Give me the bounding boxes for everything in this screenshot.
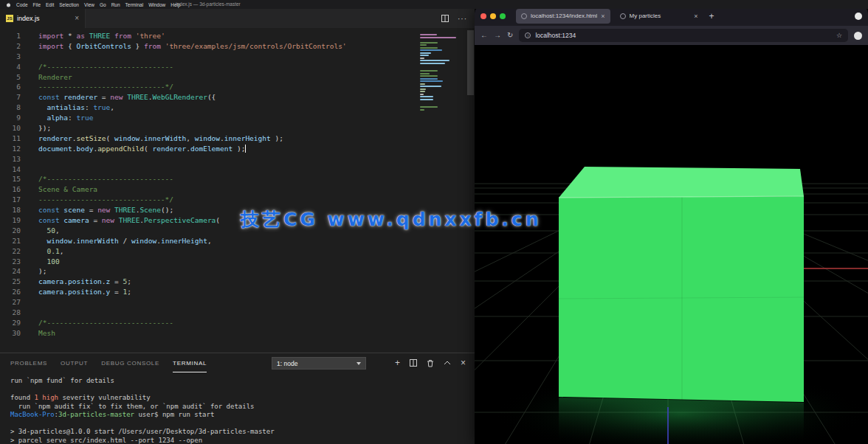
panel-tab-problems[interactable]: PROBLEMS (10, 354, 47, 372)
menu-run[interactable]: Run (111, 2, 120, 7)
browser-tab[interactable]: My particles× (615, 9, 703, 24)
close-tab-icon[interactable]: × (601, 13, 604, 20)
account-icon[interactable] (854, 32, 862, 40)
split-editor-icon[interactable] (441, 15, 449, 22)
terminal-output[interactable]: run `npm fund` for detailsfound 1 high s… (0, 372, 475, 444)
line-number: 21 (0, 236, 21, 246)
code-editor[interactable]: 1import * as THREE from 'three'2import {… (0, 28, 475, 353)
code-line: 5Renderer (0, 72, 475, 83)
site-info-icon[interactable]: i (525, 32, 531, 38)
menu-code[interactable]: Code (16, 2, 28, 7)
menu-terminal[interactable]: Terminal (125, 2, 144, 7)
minimap-line (420, 58, 424, 59)
code-line: 18const scene = new THREE.Scene(); (0, 205, 475, 215)
editor-tab-label: index.js (17, 15, 40, 22)
kill-terminal-trash-icon[interactable] (427, 359, 434, 367)
line-number: 20 (0, 226, 21, 236)
line-number: 25 (0, 277, 21, 287)
line-number: 26 (0, 287, 21, 297)
minimap-line (420, 52, 431, 54)
maximize-panel-chevron-up-icon[interactable] (444, 361, 451, 365)
editor-tab-bar: JS index.js × ··· (0, 9, 475, 28)
browser-tab[interactable]: localhost:1234/index.html× (516, 9, 610, 24)
code-line: 26camera.position.y = 1; (0, 287, 475, 297)
minimap-line (420, 44, 427, 46)
minimap-line (420, 65, 463, 66)
panel-header: PROBLEMSOUTPUTDEBUG CONSOLETERMINAL 1: n… (0, 353, 475, 372)
editor-scrollbar[interactable] (466, 28, 475, 353)
bookmark-star-icon[interactable]: ☆ (836, 32, 842, 39)
minimap-line (420, 78, 438, 80)
minimize-window-button[interactable] (490, 13, 496, 19)
more-actions-icon[interactable]: ··· (458, 15, 467, 23)
code-line: 25camera.position.z = 5; (0, 277, 475, 287)
code-line: 7const renderer = new THREE.WebGLRendere… (0, 92, 475, 103)
zoom-window-button[interactable] (500, 13, 506, 19)
scrollbar-thumb[interactable] (467, 30, 474, 95)
terminal-shell-select[interactable]: 1: node (272, 357, 366, 370)
text-cursor (245, 145, 246, 153)
webgl-viewport[interactable] (475, 45, 868, 444)
tab-title: localhost:1234/index.html (531, 13, 597, 19)
menu-file[interactable]: File (33, 2, 41, 7)
code-line: 1import * as THREE from 'three' (0, 31, 475, 41)
forward-button[interactable]: → (494, 32, 501, 39)
line-number: 27 (0, 297, 21, 308)
code-line: 4/*------------------------------ (0, 62, 475, 72)
minimap-line (420, 60, 450, 61)
menu-edit[interactable]: Edit (46, 2, 54, 7)
split-terminal-icon[interactable] (410, 359, 417, 367)
code-line: 24); (0, 266, 475, 277)
cube-top-face (559, 167, 804, 198)
browser-tabs: localhost:1234/index.html×My particles× (516, 9, 703, 24)
panel-tab-terminal[interactable]: TERMINAL (173, 354, 207, 372)
browser-toolbar: ← → ↻ i localhost:1234 ☆ (475, 26, 868, 45)
panel-tab-debug-console[interactable]: DEBUG CONSOLE (101, 354, 159, 372)
line-number: 17 (0, 195, 21, 205)
close-tab-icon[interactable]: × (75, 15, 79, 22)
line-number: 3 (0, 52, 21, 62)
minimap[interactable] (420, 34, 463, 111)
close-panel-icon[interactable]: × (461, 358, 466, 367)
minimap-line (420, 75, 438, 77)
code-line: 14 (0, 164, 475, 175)
menu-window[interactable]: Window (148, 2, 165, 7)
minimap-line (420, 37, 456, 38)
menu-selection[interactable]: Selection (59, 2, 79, 7)
minimap-line (420, 101, 463, 103)
code-line: 11renderer.setSize( window.innerWidth, w… (0, 133, 475, 144)
line-number: 10 (0, 123, 21, 133)
tab-title: My particles (630, 13, 691, 19)
editor-tab-indexjs[interactable]: JS index.js × (0, 9, 86, 28)
menu-view[interactable]: View (84, 2, 94, 7)
profile-icon[interactable] (855, 13, 862, 20)
chevron-down-icon (356, 362, 361, 365)
back-button[interactable]: ← (480, 32, 488, 39)
minimap-line (420, 86, 441, 87)
line-number: 16 (0, 184, 21, 195)
new-terminal-icon[interactable]: + (395, 358, 400, 367)
minimap-line (420, 109, 424, 111)
menu-go[interactable]: Go (100, 2, 106, 7)
new-tab-button[interactable]: + (709, 12, 714, 21)
line-number: 13 (0, 154, 21, 164)
minimap-line (420, 96, 433, 97)
minimap-line (420, 47, 438, 49)
minimap-line (420, 63, 445, 64)
code-line: 21 window.innerWidth / window.innerHeigh… (0, 236, 475, 246)
reload-button[interactable]: ↻ (507, 32, 513, 39)
terminal-line (10, 386, 475, 395)
minimap-line (420, 106, 438, 108)
panel-tab-output[interactable]: OUTPUT (61, 354, 88, 372)
minimap-line (420, 89, 426, 90)
address-bar[interactable]: i localhost:1234 ☆ (519, 29, 848, 42)
terminal-line: found 1 high severity vulnerability (10, 394, 475, 403)
code-line: 20 50, (0, 226, 475, 236)
line-number: 28 (0, 308, 21, 318)
apple-icon[interactable] (6, 2, 11, 7)
close-tab-icon[interactable]: × (694, 13, 698, 20)
minimap-line (420, 55, 429, 56)
minimap-line (420, 70, 438, 72)
close-window-button[interactable] (480, 13, 486, 19)
minimap-line (420, 104, 463, 105)
